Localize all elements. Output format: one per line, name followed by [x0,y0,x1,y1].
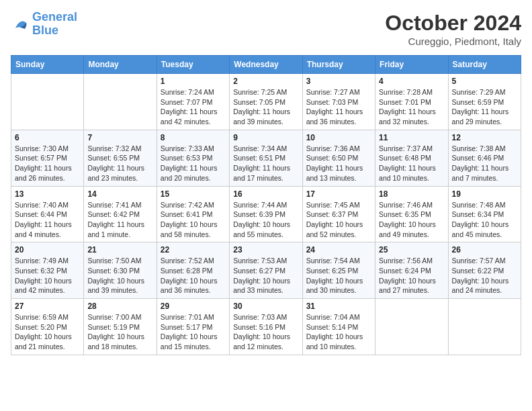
calendar-day-2: 2Sunrise: 7:25 AM Sunset: 7:05 PM Daylig… [230,74,302,130]
day-number: 12 [452,133,517,142]
day-info: Sunrise: 7:25 AM Sunset: 7:05 PM Dayligh… [233,87,298,127]
calendar-day-13: 13Sunrise: 7:40 AM Sunset: 6:44 PM Dayli… [11,186,84,242]
day-number: 14 [87,189,152,199]
day-number: 18 [379,189,444,199]
day-info: Sunrise: 7:38 AM Sunset: 6:46 PM Dayligh… [452,144,517,183]
calendar-day-15: 15Sunrise: 7:42 AM Sunset: 6:41 PM Dayli… [157,186,229,242]
day-info: Sunrise: 7:03 AM Sunset: 5:16 PM Dayligh… [233,312,298,352]
calendar-day-16: 16Sunrise: 7:44 AM Sunset: 6:39 PM Dayli… [230,186,302,242]
calendar-day-10: 10Sunrise: 7:36 AM Sunset: 6:50 PM Dayli… [302,130,375,186]
day-info: Sunrise: 7:27 AM Sunset: 7:03 PM Dayligh… [306,87,371,127]
day-number: 1 [161,77,226,86]
calendar-day-23: 23Sunrise: 7:53 AM Sunset: 6:27 PM Dayli… [230,242,302,299]
day-number: 30 [233,302,298,311]
calendar-week-4: 20Sunrise: 7:49 AM Sunset: 6:32 PM Dayli… [11,242,521,299]
day-info: Sunrise: 7:53 AM Sunset: 6:27 PM Dayligh… [233,256,298,295]
day-info: Sunrise: 7:00 AM Sunset: 5:19 PM Dayligh… [87,312,152,352]
day-number: 22 [161,245,226,255]
day-number: 4 [379,77,444,86]
day-number: 28 [87,302,152,311]
calendar-day-9: 9Sunrise: 7:34 AM Sunset: 6:51 PM Daylig… [230,130,302,186]
day-number: 20 [15,245,80,255]
day-of-week-saturday: Saturday [448,56,521,74]
day-info: Sunrise: 7:50 AM Sunset: 6:30 PM Dayligh… [87,256,152,295]
day-number: 19 [452,189,517,199]
day-of-week-friday: Friday [375,56,448,74]
day-info: Sunrise: 7:49 AM Sunset: 6:32 PM Dayligh… [15,256,80,295]
day-info: Sunrise: 7:36 AM Sunset: 6:50 PM Dayligh… [306,144,371,183]
day-of-week-monday: Monday [84,56,157,74]
day-info: Sunrise: 7:33 AM Sunset: 6:53 PM Dayligh… [161,144,226,183]
day-info: Sunrise: 7:46 AM Sunset: 6:35 PM Dayligh… [379,200,444,240]
day-of-week-tuesday: Tuesday [157,56,229,74]
calendar-day-24: 24Sunrise: 7:54 AM Sunset: 6:25 PM Dayli… [302,242,375,299]
day-info: Sunrise: 7:40 AM Sunset: 6:44 PM Dayligh… [15,200,80,240]
day-info: Sunrise: 7:32 AM Sunset: 6:55 PM Dayligh… [87,144,152,183]
empty-cell [84,74,157,130]
day-number: 24 [306,245,371,255]
day-number: 26 [452,245,517,255]
empty-cell [448,299,521,355]
day-info: Sunrise: 7:54 AM Sunset: 6:25 PM Dayligh… [306,256,371,295]
day-number: 7 [87,133,152,142]
day-number: 6 [15,133,80,142]
day-number: 5 [452,77,517,86]
day-info: Sunrise: 6:59 AM Sunset: 5:20 PM Dayligh… [15,312,80,352]
day-info: Sunrise: 7:34 AM Sunset: 6:51 PM Dayligh… [233,144,298,183]
day-info: Sunrise: 7:52 AM Sunset: 6:28 PM Dayligh… [161,256,226,295]
day-of-week-sunday: Sunday [11,56,84,74]
calendar-day-4: 4Sunrise: 7:28 AM Sunset: 7:01 PM Daylig… [375,74,448,130]
day-number: 16 [233,189,298,199]
calendar-week-1: 1Sunrise: 7:24 AM Sunset: 7:07 PM Daylig… [11,74,521,130]
day-number: 13 [15,189,80,199]
empty-cell [11,74,84,130]
calendar-day-30: 30Sunrise: 7:03 AM Sunset: 5:16 PM Dayli… [230,299,302,355]
calendar-day-14: 14Sunrise: 7:41 AM Sunset: 6:42 PM Dayli… [84,186,157,242]
day-number: 9 [233,133,298,142]
calendar-day-22: 22Sunrise: 7:52 AM Sunset: 6:28 PM Dayli… [157,242,229,299]
calendar-day-21: 21Sunrise: 7:50 AM Sunset: 6:30 PM Dayli… [84,242,157,299]
month-year: October 2024 [385,11,521,36]
calendar-day-27: 27Sunrise: 6:59 AM Sunset: 5:20 PM Dayli… [11,299,84,355]
day-number: 21 [87,245,152,255]
calendar-day-31: 31Sunrise: 7:04 AM Sunset: 5:14 PM Dayli… [302,299,375,355]
day-number: 23 [233,245,298,255]
calendar-day-8: 8Sunrise: 7:33 AM Sunset: 6:53 PM Daylig… [157,130,229,186]
calendar-day-18: 18Sunrise: 7:46 AM Sunset: 6:35 PM Dayli… [375,186,448,242]
calendar-day-11: 11Sunrise: 7:37 AM Sunset: 6:48 PM Dayli… [375,130,448,186]
day-info: Sunrise: 7:30 AM Sunset: 6:57 PM Dayligh… [15,144,80,183]
day-info: Sunrise: 7:57 AM Sunset: 6:22 PM Dayligh… [452,256,517,295]
day-info: Sunrise: 7:28 AM Sunset: 7:01 PM Dayligh… [379,87,444,127]
day-info: Sunrise: 7:45 AM Sunset: 6:37 PM Dayligh… [306,200,371,240]
location: Cureggio, Piedmont, Italy [385,36,521,47]
day-of-week-thursday: Thursday [302,56,375,74]
calendar-day-1: 1Sunrise: 7:24 AM Sunset: 7:07 PM Daylig… [157,74,229,130]
day-number: 25 [379,245,444,255]
page-header: General Blue October 2024 Cureggio, Pied… [11,11,521,47]
calendar-day-26: 26Sunrise: 7:57 AM Sunset: 6:22 PM Dayli… [448,242,521,299]
day-info: Sunrise: 7:41 AM Sunset: 6:42 PM Dayligh… [87,200,152,240]
day-info: Sunrise: 7:44 AM Sunset: 6:39 PM Dayligh… [233,200,298,240]
day-number: 11 [379,133,444,142]
calendar-week-5: 27Sunrise: 6:59 AM Sunset: 5:20 PM Dayli… [11,299,521,355]
day-info: Sunrise: 7:24 AM Sunset: 7:07 PM Dayligh… [161,87,226,127]
day-info: Sunrise: 7:42 AM Sunset: 6:41 PM Dayligh… [161,200,226,240]
day-number: 3 [306,77,371,86]
calendar-day-5: 5Sunrise: 7:29 AM Sunset: 6:59 PM Daylig… [448,74,521,130]
day-info: Sunrise: 7:56 AM Sunset: 6:24 PM Dayligh… [379,256,444,295]
day-info: Sunrise: 7:48 AM Sunset: 6:34 PM Dayligh… [452,200,517,240]
calendar-day-6: 6Sunrise: 7:30 AM Sunset: 6:57 PM Daylig… [11,130,84,186]
calendar-day-28: 28Sunrise: 7:00 AM Sunset: 5:19 PM Dayli… [84,299,157,355]
logo-icon [11,15,30,34]
calendar-day-12: 12Sunrise: 7:38 AM Sunset: 6:46 PM Dayli… [448,130,521,186]
day-info: Sunrise: 7:37 AM Sunset: 6:48 PM Dayligh… [379,144,444,183]
day-info: Sunrise: 7:29 AM Sunset: 6:59 PM Dayligh… [452,87,517,127]
title-block: October 2024 Cureggio, Piedmont, Italy [385,11,521,47]
calendar-day-7: 7Sunrise: 7:32 AM Sunset: 6:55 PM Daylig… [84,130,157,186]
day-number: 15 [161,189,226,199]
calendar-table: SundayMondayTuesdayWednesdayThursdayFrid… [11,55,521,355]
logo: General Blue [11,11,77,38]
calendar-day-19: 19Sunrise: 7:48 AM Sunset: 6:34 PM Dayli… [448,186,521,242]
day-number: 27 [15,302,80,311]
day-number: 10 [306,133,371,142]
